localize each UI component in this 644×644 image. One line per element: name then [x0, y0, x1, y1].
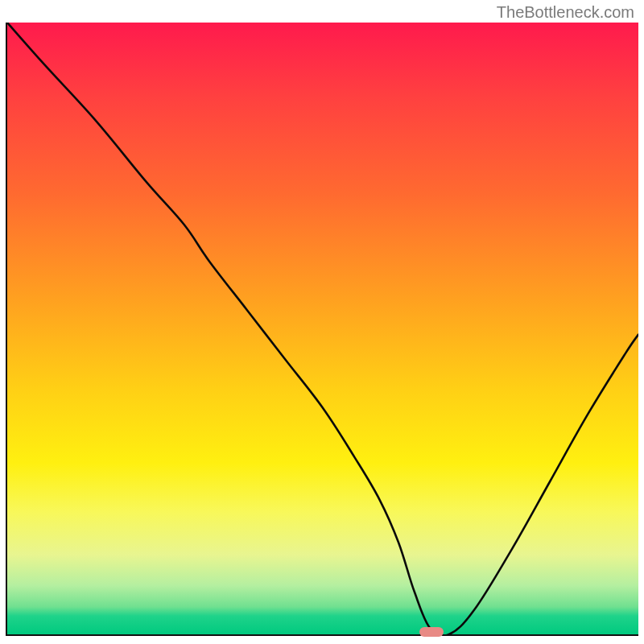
watermark-text: TheBottleneck.com	[497, 3, 634, 22]
optimum-marker	[419, 627, 444, 637]
chart-container: TheBottleneck.com	[0, 0, 644, 644]
bottleneck-curve	[7, 23, 638, 634]
curve-svg	[7, 23, 638, 634]
plot-area	[6, 23, 638, 636]
